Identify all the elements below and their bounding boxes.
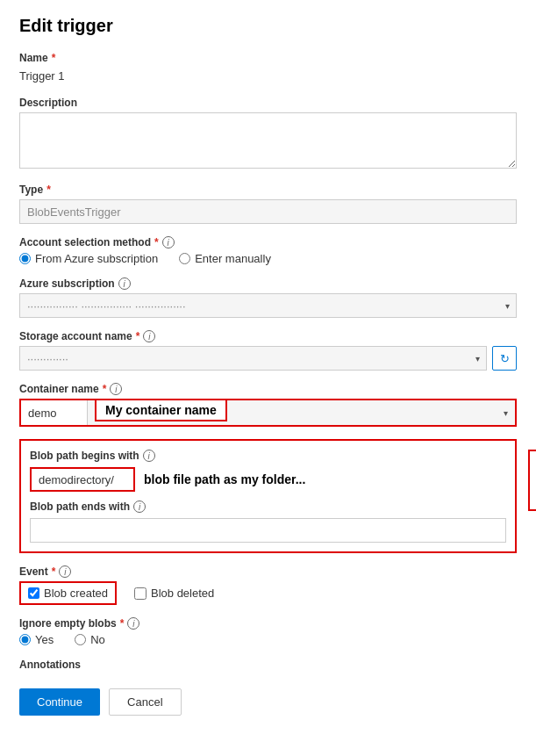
refresh-icon: ↻	[500, 352, 510, 365]
description-field-group: Description	[19, 97, 517, 171]
storage-account-field-group: Storage account name * i ············· ▾…	[19, 330, 517, 371]
blob-created-checkbox-label[interactable]: Blob created	[19, 581, 117, 605]
blob-ends-label: Blob path ends with i	[30, 500, 506, 513]
account-selection-label: Account selection method * i	[19, 236, 517, 248]
blob-path-section: Blob path begins with i blob file path a…	[19, 439, 517, 553]
blob-created-checkbox[interactable]	[28, 587, 39, 599]
azure-subscription-select-wrapper: ················ ················ ······…	[19, 293, 517, 318]
type-input	[19, 199, 517, 224]
blob-deleted-label: Blob deleted	[151, 587, 214, 600]
account-selection-radio-group: From Azure subscription Enter manually	[19, 252, 517, 265]
container-name-annotation: My container name	[95, 399, 227, 421]
blob-begins-input[interactable]	[30, 467, 135, 492]
continue-button[interactable]: Continue	[19, 688, 100, 716]
ignore-empty-blobs-label: Ignore empty blobs * i	[19, 617, 517, 630]
azure-subscription-select[interactable]: ················ ················ ······…	[19, 293, 517, 318]
blob-ends-input[interactable]	[30, 518, 506, 543]
ignore-empty-blobs-field-group: Ignore empty blobs * i Yes No	[19, 617, 517, 646]
ignore-empty-info-icon: i	[127, 617, 139, 630]
blob-begins-info-icon: i	[143, 450, 155, 462]
azure-subscription-info-icon: i	[118, 277, 131, 290]
cancel-button[interactable]: Cancel	[109, 688, 181, 716]
storage-account-select-wrapper: ············· ▾	[19, 346, 487, 371]
ignore-empty-yes-radio[interactable]: Yes	[19, 633, 54, 646]
footer-buttons: Continue Cancel	[19, 688, 517, 716]
page-title: Edit trigger	[19, 16, 517, 36]
azure-subscription-field-group: Azure subscription i ················ ··…	[19, 277, 517, 318]
event-label: Event * i	[19, 565, 517, 578]
container-name-info-icon: i	[110, 383, 122, 395]
name-value: Trigger 1	[19, 68, 517, 84]
container-name-label: Container name * i	[19, 383, 517, 395]
account-selection-info-icon: i	[162, 236, 175, 248]
container-name-row: ▾ My container name	[19, 399, 517, 427]
blob-begins-row: blob file path as my folder...	[30, 467, 506, 492]
blob-ends-info-icon: i	[133, 500, 146, 513]
storage-account-select[interactable]: ·············	[19, 346, 487, 371]
event-info-icon: i	[59, 565, 71, 578]
blob-deleted-checkbox-label[interactable]: Blob deleted	[134, 587, 214, 600]
name-field-group: Name * Trigger 1	[19, 52, 517, 84]
event-checkboxes-row: Blob created Blob deleted	[19, 581, 517, 605]
ignore-empty-radio-group: Yes No	[19, 633, 517, 646]
radio-enter-manually[interactable]: Enter manually	[179, 252, 271, 265]
blob-created-label: Blob created	[44, 587, 108, 600]
annotations-label: Annotations	[19, 659, 517, 671]
container-name-field-group: Container name * i ▾ My container name	[19, 383, 517, 427]
container-name-input[interactable]	[21, 400, 88, 425]
storage-account-refresh-button[interactable]: ↻	[492, 346, 517, 371]
name-label: Name *	[19, 52, 517, 64]
account-selection-field-group: Account selection method * i From Azure …	[19, 236, 517, 265]
event-field-group: Event * i Blob created Blob deleted	[19, 565, 517, 605]
radio-azure-subscription[interactable]: From Azure subscription	[19, 252, 158, 265]
type-label: Type *	[19, 184, 517, 196]
ignore-empty-no-radio[interactable]: No	[75, 633, 105, 646]
description-input[interactable]	[19, 112, 517, 169]
description-label: Description	[19, 97, 517, 109]
blob-begins-field-group: Blob path begins with i blob file path a…	[30, 450, 506, 492]
edit-trigger-panel: Edit trigger Name * Trigger 1 Descriptio…	[0, 0, 536, 737]
blob-begins-annotation: blob file path as my folder...	[144, 472, 305, 486]
type-field-group: Type *	[19, 184, 517, 224]
blob-ends-field-group: Blob path ends with i	[30, 500, 506, 543]
blob-right-annotation: must specify either one of this feilds t…	[528, 450, 536, 511]
azure-subscription-label: Azure subscription i	[19, 277, 517, 290]
blob-deleted-checkbox[interactable]	[134, 587, 147, 600]
storage-account-row: ············· ▾ ↻	[19, 346, 517, 371]
storage-account-info-icon: i	[143, 330, 155, 342]
blob-begins-label: Blob path begins with i	[30, 450, 506, 462]
storage-account-label: Storage account name * i	[19, 330, 517, 342]
annotations-field-group: Annotations	[19, 659, 517, 671]
